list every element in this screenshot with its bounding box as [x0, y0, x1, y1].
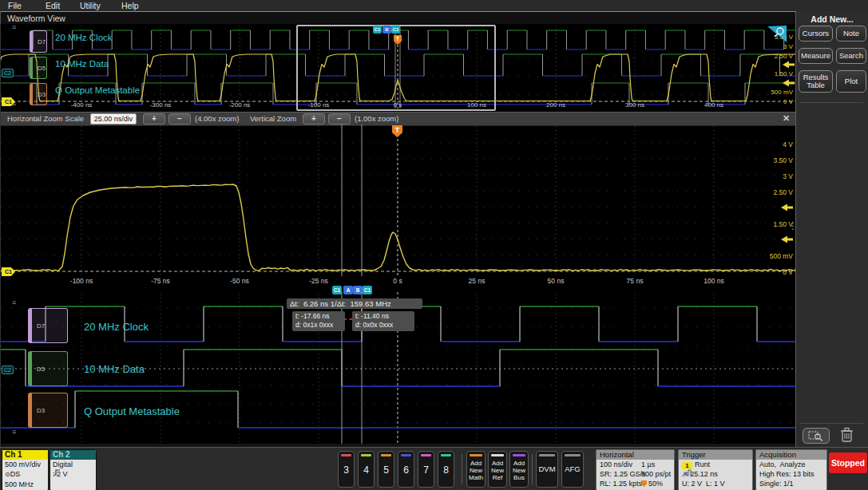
grip-icon[interactable]: ≡: [12, 429, 16, 434]
trigger-panel[interactable]: Trigger1Runt < 25.12 nsU: 2 V L: 1 V: [678, 449, 753, 490]
add-new-search-button[interactable]: Search: [836, 48, 866, 64]
acquisition-single: Single: 1/1: [756, 479, 826, 488]
badge-label: D5: [37, 366, 45, 373]
digital-channel-badge-d7[interactable]: D7: [28, 308, 68, 343]
main-axis-tick: 100 ns: [695, 277, 733, 285]
horizontal-zoom-minus-button[interactable]: −: [168, 113, 191, 124]
main-scale-label: 3 V: [758, 172, 793, 180]
channel-color-stripe: [361, 454, 371, 456]
channel-7-button[interactable]: 7: [418, 451, 434, 488]
channel-color-stripe: [491, 454, 504, 456]
trigger-threshold-arrow[interactable]: [783, 61, 795, 69]
channel-3-button[interactable]: 3: [338, 451, 355, 488]
overview-channel-badge-d3[interactable]: D3: [30, 83, 47, 105]
runt-pulse-icon: [682, 469, 693, 476]
overview-scale-label: 2.50 V: [758, 53, 793, 60]
digital-channel-badge-d5[interactable]: D5: [28, 351, 68, 386]
channel-6-button[interactable]: 6: [398, 451, 414, 488]
add-new-bus-button[interactable]: AddNewBus: [509, 451, 529, 488]
channel-4-button[interactable]: 4: [358, 451, 375, 488]
tab-waveform-view[interactable]: Waveform View: [7, 14, 65, 23]
ch1-probe: ⊙DS: [2, 469, 48, 480]
close-zoom-icon[interactable]: ✕: [783, 113, 790, 124]
main-axis-tick: -75 ns: [141, 277, 180, 285]
overview-axis-tick: -200 ns: [220, 101, 259, 109]
main-axis-tick: 25 ns: [458, 277, 496, 285]
trigger-title: Trigger: [679, 450, 752, 460]
horizontal-position: 50%: [641, 479, 663, 488]
ch1-scale: 500 mV/div: [2, 460, 48, 469]
trigger-threshold-arrow[interactable]: [781, 235, 793, 243]
menu-edit[interactable]: Edit: [46, 1, 60, 10]
horizontal-record-length: RL: 1.25 kpts: [600, 480, 642, 488]
channel-8-button[interactable]: 8: [438, 451, 454, 488]
expansion-point-icon: [641, 480, 647, 487]
main-axis-tick: -25 ns: [299, 277, 338, 285]
overview-scale-label: 1.50 V: [758, 70, 793, 77]
main-scale-label: 500 mV: [758, 252, 793, 260]
channel-color-stripe: [421, 454, 431, 456]
c2-position-marker[interactable]: C2: [2, 366, 14, 374]
acquisition-panel[interactable]: AcquisitionAuto, AnalyzeHigh Res: 13 bit…: [755, 449, 827, 490]
afg-button[interactable]: AFG: [561, 451, 584, 488]
settings-bar: Ch 1500 mV/div⊙DS500 MHz Ch 2Digital: 2 …: [0, 447, 868, 490]
overview-axis-tick: 300 ns: [616, 101, 654, 109]
horizontal-zoom-plus-button[interactable]: +: [143, 113, 165, 124]
overview-axis-tick: -400 ns: [62, 101, 101, 109]
menu-file[interactable]: File: [8, 1, 22, 10]
trigger-type-row: 1Runt: [679, 460, 752, 469]
horizontal-zoom-factor: (4.00x zoom): [195, 114, 239, 123]
horizontal-zoom-scale-input[interactable]: 25.00 ns/div: [90, 113, 137, 124]
vertical-zoom-plus-button[interactable]: +: [303, 113, 325, 124]
ch2-mode: Digital: [50, 460, 96, 469]
cursor-source-badge[interactable]: C1: [373, 26, 382, 34]
trigger-threshold-arrow[interactable]: [781, 204, 793, 211]
main-scale-label: 3.50 V: [758, 156, 793, 164]
trigger-threshold-arrow[interactable]: [783, 79, 795, 87]
overview-axis-tick: 200 ns: [537, 101, 575, 109]
add-new-note-button[interactable]: Note: [836, 26, 866, 41]
oscilloscope-app: FileEditUtilityHelp Waveform View ≡≡D720…: [0, 0, 868, 490]
vertical-zoom-minus-button[interactable]: −: [328, 113, 351, 124]
overview-channel-badge-d7[interactable]: D7: [30, 30, 47, 53]
channel-color-stripe: [441, 454, 451, 456]
zoom-select-button[interactable]: [803, 428, 830, 444]
channel-color-stripe: [341, 454, 351, 456]
horizontal-resolution: 800 ps/pt: [641, 469, 671, 479]
vertical-zoom-label: Vertical Zoom: [250, 114, 296, 123]
digital-channel-label: 10 MHz Data: [84, 363, 145, 375]
cursor-source-badge[interactable]: C1: [391, 26, 400, 34]
panel-splitter-handle[interactable]: ⋮⋮⋮: [788, 223, 795, 229]
panel-separator: [799, 102, 863, 103]
channel-5-button[interactable]: 5: [378, 451, 394, 488]
digital-channel-label: 20 MHz Clock: [84, 321, 149, 333]
digital-channel-badge-d3[interactable]: D3: [28, 393, 68, 428]
add-new-plot-button[interactable]: Plot: [836, 70, 866, 93]
c2-position-marker[interactable]: C2: [2, 69, 14, 77]
main-axis-tick: -50 ns: [220, 277, 259, 285]
add-new-ref-button[interactable]: AddNewRef: [488, 451, 507, 488]
separator: [532, 454, 533, 484]
main-scale-label: 2.50 V: [758, 188, 793, 196]
add-new-measure-button[interactable]: Measure: [799, 48, 833, 64]
horizontal-panel[interactable]: Horizontal100 ns/div1 µsSR: 1.25 GS/s800…: [596, 449, 675, 490]
main-waveform-view: [1, 124, 796, 276]
ch2-badge[interactable]: Ch 2Digital: 2 V: [50, 449, 97, 490]
add-new-results-table-button[interactable]: Results Table: [799, 70, 833, 93]
main-scale-label: 4 V: [758, 140, 793, 148]
cursor-b-badge[interactable]: B: [382, 26, 391, 34]
stopped-button[interactable]: Stopped: [829, 452, 867, 473]
menu-utility[interactable]: Utility: [80, 1, 101, 10]
grip-icon[interactable]: ≡: [12, 25, 16, 30]
add-new-math-button[interactable]: AddNewMath: [466, 451, 486, 488]
overview-channel-badge-d5[interactable]: D5: [30, 57, 47, 79]
overview-scale-label: 500 mV: [758, 89, 793, 96]
add-new-cursors-button[interactable]: Cursors: [799, 26, 833, 41]
dvm-button[interactable]: DVM: [536, 451, 558, 488]
cursor-delta-readout: Δt: 6.26 ns 1/Δt: 159.63 MHz: [287, 298, 422, 309]
horizontal-zoom-scale-label: Horizontal Zoom Scale: [7, 114, 84, 123]
menu-help[interactable]: Help: [121, 1, 139, 10]
ch1-badge[interactable]: Ch 1500 mV/div⊙DS500 MHz: [2, 449, 49, 490]
grip-icon[interactable]: ≡: [12, 300, 16, 305]
main-axis-tick: -100 ns: [62, 277, 101, 285]
